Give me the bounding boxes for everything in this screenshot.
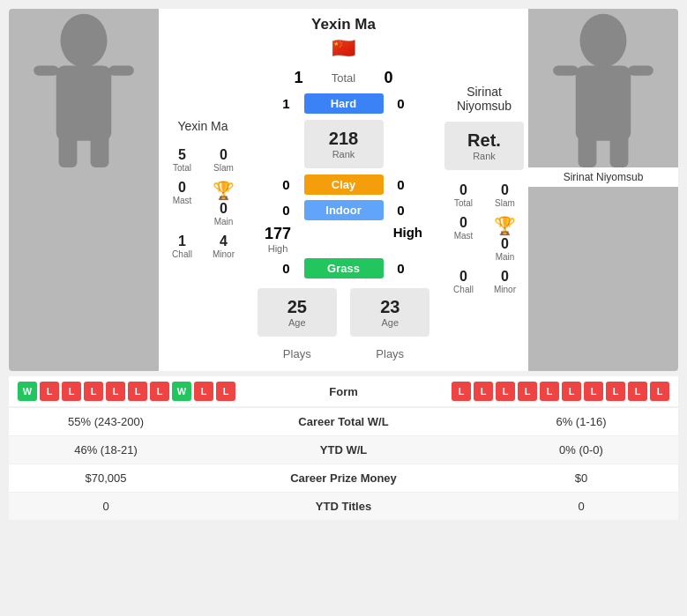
p1-mast-label: Mast [165,196,199,205]
stats-right-value: $0 [493,471,669,485]
p1-rank: 218 [320,129,368,149]
p1-total: 5 [165,147,199,163]
form-badge: L [62,382,81,401]
player2-name-photo: Sirinat Niyomsub [528,167,678,187]
p2-chall-label: Chall [446,285,481,294]
stats-center-label: YTD W/L [194,443,493,456]
stats-left-value: 46% (18-21) [18,443,194,456]
p1-indoor: 0 [273,203,301,218]
player2-name-small: Sirinat Niyomsub [444,85,525,113]
form-badge: W [172,382,191,401]
p1-chall-label: Chall [165,249,199,259]
p1-total-label: Total [165,163,199,173]
player1-flag: 🇨🇳 [332,37,355,60]
stats-left-value: $70,005 [18,471,194,485]
stats-center-label: YTD Titles [194,500,493,513]
svg-rect-10 [579,132,597,167]
form-label: Form [235,385,452,398]
form-badge: L [584,382,603,401]
player2-form-badges: LLLLLLLLLL [452,382,669,401]
p1-main: 0 [206,201,241,217]
p2-main: 0 [488,236,522,252]
p1-grass: 0 [273,261,301,276]
form-badge: L [540,382,559,401]
p1-mast: 0 [165,180,199,196]
form-badge: L [84,382,103,401]
total-label: Total [313,71,375,85]
stats-row: 46% (18-21)YTD W/L0% (0-0) [9,436,678,464]
player1-form-badges: WLLLLLLWLL [18,382,235,401]
p2-mast-label: Mast [446,231,481,241]
svg-rect-2 [34,65,58,75]
stats-left-value: 55% (243-200) [18,415,194,428]
center-player1-name: Yexin Ma [311,16,376,33]
p2-slam: 0 [488,182,522,198]
p1-minor: 4 [206,234,241,249]
svg-rect-11 [610,132,629,167]
p2-grass: 0 [387,261,415,276]
form-badge: L [40,382,59,401]
form-badge: L [518,382,537,401]
svg-rect-8 [553,65,578,75]
svg-rect-5 [91,132,109,167]
form-badge: L [150,382,169,401]
svg-point-6 [579,14,626,68]
form-badge: L [474,382,493,401]
p1-clay: 0 [273,177,301,192]
form-badge: L [628,382,647,401]
form-badge: L [452,382,471,401]
trophy-icon-left: 🏆 [213,181,235,200]
p2-clay: 0 [387,177,415,192]
stats-row: 55% (243-200)Career Total W/L6% (1-16) [9,408,678,436]
p2-chall: 0 [446,269,481,285]
p1-chall: 1 [165,234,199,249]
p2-total-label: Total [446,198,481,208]
form-badge: L [106,382,125,401]
svg-rect-3 [108,65,133,75]
stats-center-label: Career Total W/L [194,415,493,428]
player1-name: Yexin Ma [177,119,228,133]
form-badge: L [496,382,515,401]
p1-slam-label: Slam [206,163,241,173]
stats-left-value: 0 [18,500,194,513]
form-badge: L [650,382,669,401]
svg-rect-1 [56,65,112,140]
indoor-btn: Indoor [304,200,384,220]
p1-main-label: Main [206,217,241,226]
p2-minor: 0 [488,269,522,285]
stats-right-value: 0 [493,500,669,513]
p1-rank-label: Rank [320,149,368,160]
p2-hard: 0 [387,96,415,111]
p1-hard: 1 [273,96,301,111]
p1-age-label: Age [273,317,321,328]
trophy-icon-right: 🏆 [494,216,516,235]
p2-rank: Ret. [460,130,508,151]
p2-slam-label: Slam [488,198,522,208]
p1-high-label: High [265,243,291,254]
stats-row: $70,005Career Prize Money$0 [9,464,678,493]
p2-high-num: High [393,225,422,240]
p2-minor-label: Minor [488,285,522,294]
p2-plays: Plays [376,347,404,360]
form-badge: W [18,382,37,401]
p2-main-label: Main [488,252,522,262]
p2-rank-label: Rank [460,151,508,161]
stats-row: 0YTD Titles0 [9,493,678,521]
hard-btn: Hard [304,93,384,114]
svg-point-0 [60,14,107,68]
p2-total: 0 [446,182,481,198]
svg-rect-4 [59,132,78,167]
p2-mast: 0 [446,215,481,231]
p2-age: 23 [366,297,414,317]
svg-rect-9 [628,65,653,75]
p1-total-match: 1 [285,69,313,87]
p2-total-match: 0 [375,69,403,87]
form-badge: L [216,382,235,401]
p2-indoor: 0 [387,203,415,218]
p1-plays: Plays [283,347,311,360]
stats-right-value: 0% (0-0) [493,443,669,456]
form-badge: L [606,382,625,401]
clay-btn: Clay [304,174,384,195]
p1-minor-label: Minor [206,249,241,259]
p1-slam: 0 [206,147,241,163]
